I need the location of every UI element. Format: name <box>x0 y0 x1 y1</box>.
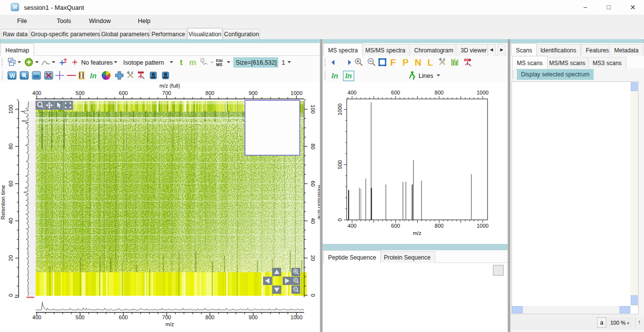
svg-text:800: 800 <box>435 223 444 229</box>
svg-text:80: 80 <box>310 143 316 149</box>
svg-text:100: 100 <box>310 105 316 114</box>
svg-text:1000: 1000 <box>290 90 302 96</box>
svg-text:500: 500 <box>76 90 85 96</box>
svg-text:20: 20 <box>310 255 316 261</box>
svg-text:500: 500 <box>337 160 343 169</box>
svg-text:40: 40 <box>310 218 316 224</box>
svg-text:No features: No features <box>81 59 113 66</box>
svg-text:Retention time: Retention time <box>0 185 6 220</box>
svg-text:1000: 1000 <box>290 314 302 320</box>
svg-text:PDF: PDF <box>465 59 469 62</box>
svg-text:400: 400 <box>32 314 41 320</box>
svg-text:20: 20 <box>8 255 14 261</box>
svg-text:600: 600 <box>119 314 128 320</box>
svg-text:F: F <box>390 57 396 68</box>
svg-text:ln: ln <box>90 71 96 80</box>
svg-text:800: 800 <box>205 314 214 320</box>
svg-text:100: 100 <box>8 105 14 114</box>
svg-text:800: 800 <box>205 90 214 96</box>
svg-text:W: W <box>10 72 16 79</box>
svg-text:600: 600 <box>391 223 400 229</box>
svg-text:ln: ln <box>345 71 352 80</box>
svg-text:N: N <box>415 57 422 68</box>
svg-text:Size=[616,532]: Size=[616,532] <box>236 59 277 66</box>
svg-text:400: 400 <box>32 90 41 96</box>
svg-text:m: m <box>189 58 196 67</box>
svg-text:1000: 1000 <box>337 103 343 115</box>
svg-text:60: 60 <box>310 181 316 187</box>
svg-text:P: P <box>402 57 409 68</box>
svg-text:Lines: Lines <box>419 72 433 79</box>
svg-text:900: 900 <box>249 90 258 96</box>
svg-text:80: 80 <box>8 143 14 149</box>
svg-text:700: 700 <box>162 90 171 96</box>
svg-text:1000: 1000 <box>477 90 489 95</box>
svg-text:40: 40 <box>8 218 14 224</box>
svg-text:Isotope pattern: Isotope pattern <box>123 59 164 66</box>
svg-text:L: L <box>427 57 433 68</box>
svg-text:0: 0 <box>337 218 343 221</box>
svg-text:m/z (full): m/z (full) <box>159 83 180 89</box>
svg-text:900: 900 <box>249 314 258 320</box>
svg-text:1: 1 <box>282 59 285 66</box>
svg-text:600: 600 <box>391 90 400 95</box>
svg-text:t: t <box>180 58 183 67</box>
svg-text:1000: 1000 <box>477 223 489 229</box>
svg-text:700: 700 <box>162 314 171 320</box>
svg-text:0: 0 <box>8 294 14 297</box>
svg-text:m/z: m/z <box>413 230 422 236</box>
svg-text:400: 400 <box>348 223 356 229</box>
svg-text:ln: ln <box>332 71 338 80</box>
svg-text:0: 0 <box>310 294 316 297</box>
svg-text:m/z: m/z <box>165 321 174 327</box>
svg-text:600: 600 <box>119 90 128 96</box>
svg-text:400: 400 <box>348 90 356 95</box>
svg-text:MS: MS <box>216 62 222 67</box>
svg-text:800: 800 <box>435 90 444 95</box>
svg-text:60: 60 <box>8 181 14 187</box>
svg-text:500: 500 <box>76 314 85 320</box>
